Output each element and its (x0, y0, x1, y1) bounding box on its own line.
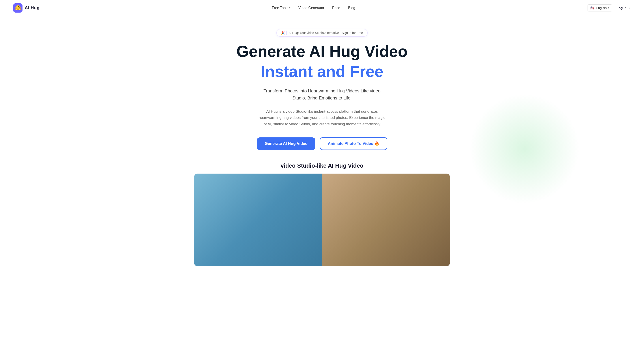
hero-subtitle: Transform Photos into Heartwarming Hug V… (258, 87, 386, 102)
chevron-down-icon: ▾ (289, 6, 290, 9)
nav-free-tools[interactable]: Free Tools ▾ (272, 6, 290, 10)
section-title: video Studio-like AI Hug Video (280, 162, 364, 169)
video-preview (194, 174, 450, 266)
announcement-pill[interactable]: 🎉 AI Hug: Your video Studio Alternative … (276, 29, 368, 36)
pill-divider (286, 31, 287, 35)
hero-title-line1: Generate AI Hug Video (236, 43, 408, 60)
login-button[interactable]: Log in → (617, 6, 631, 10)
hero-buttons: Generate AI Hug Video Animate Photo To V… (257, 137, 387, 150)
nav-price[interactable]: Price (332, 6, 340, 10)
hero-section: 🎉 AI Hug: Your video Studio Alternative … (0, 16, 644, 275)
video-preview-left (194, 174, 322, 266)
logo-link[interactable]: 🤗 AI Hug (13, 3, 40, 12)
flag-icon: 🇺🇸 (590, 6, 594, 10)
logo-text: AI Hug (25, 5, 40, 10)
nav-center: Free Tools ▾ Video Generator Price Blog (272, 6, 355, 10)
nav-video-generator[interactable]: Video Generator (298, 6, 324, 10)
navbar: 🤗 AI Hug Free Tools ▾ Video Generator Pr… (0, 0, 644, 16)
generate-video-button[interactable]: Generate AI Hug Video (257, 138, 316, 150)
hero-title-line2: Instant and Free (261, 62, 383, 81)
logo-icon: 🤗 (13, 3, 22, 12)
nav-blog[interactable]: Blog (348, 6, 355, 10)
video-preview-right (322, 174, 450, 266)
nav-right: 🇺🇸 English ▾ Log in → (588, 4, 631, 12)
lang-chevron-icon: ▾ (608, 6, 609, 9)
announcement-emoji: 🎉 (281, 31, 285, 35)
hero-description: AI Hug is a video Studio-like instant-ac… (258, 108, 386, 128)
animate-photo-button[interactable]: Animate Photo To Video 🔥 (320, 137, 387, 150)
announcement-text: AI Hug: Your video Studio Alternative - … (288, 31, 363, 35)
language-selector[interactable]: 🇺🇸 English ▾ (588, 4, 612, 12)
